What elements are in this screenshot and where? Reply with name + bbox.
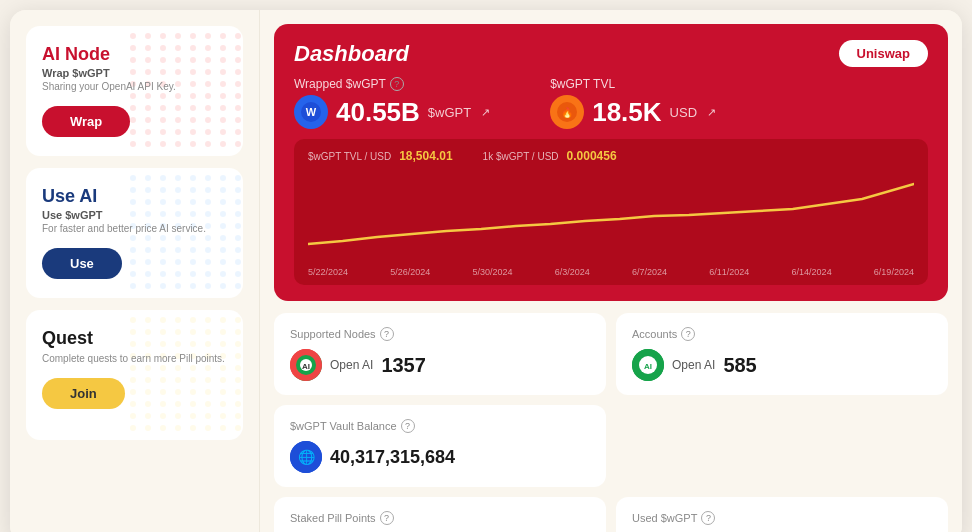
wrapped-wgpt-label: Wrapped $wGPT ? [294,77,490,91]
svg-point-69 [205,129,211,135]
svg-point-54 [220,105,226,111]
svg-point-124 [190,235,196,241]
svg-point-224 [130,413,136,419]
svg-point-226 [160,413,166,419]
ai-node-subtitle: Wrap $wGPT [42,67,227,79]
chart-date-3: 5/30/2024 [473,267,513,277]
wrap-button[interactable]: Wrap [42,106,130,137]
svg-point-65 [145,129,151,135]
svg-point-161 [145,317,151,323]
svg-point-233 [145,425,151,431]
staked-pill-card: Staked Pill Points ? 81,100 [274,497,606,532]
used-wgpt-info-icon[interactable]: ? [701,511,715,525]
svg-point-49 [145,105,151,111]
svg-point-78 [220,141,226,147]
use-ai-subtitle: Use $wGPT [42,209,227,221]
svg-point-225 [145,413,151,419]
svg-point-160 [130,317,136,323]
svg-point-52 [190,105,196,111]
stats-grid: Supported Nodes ? AI Open AI 1357 [274,313,948,487]
svg-point-63 [235,117,241,123]
svg-point-143 [235,259,241,265]
supported-nodes-card: Supported Nodes ? AI Open AI 1357 [274,313,606,395]
accounts-info-icon[interactable]: ? [681,327,695,341]
used-wgpt-card: Used $wGPT ? 🌐 232,684,316 [616,497,948,532]
dashboard-header: Dashboard Uniswap [294,40,928,67]
svg-point-136 [130,259,136,265]
ai-node-card: AI Node Wrap $wGPT Sharing your OpenAI A… [26,26,243,156]
svg-point-215 [235,389,241,395]
svg-point-221 [205,401,211,407]
svg-point-64 [130,129,136,135]
tvl-external-link-icon[interactable]: ↗ [707,106,716,119]
openai-account-icon: AI [632,349,664,381]
svg-point-41 [145,93,151,99]
svg-point-213 [205,389,211,395]
svg-point-175 [235,329,241,335]
svg-point-235 [175,425,181,431]
svg-point-236 [190,425,196,431]
wrapped-external-link-icon[interactable]: ↗ [481,106,490,119]
wrapped-info-icon[interactable]: ? [390,77,404,91]
ai-node-title: AI Node [42,44,227,65]
svg-point-40 [130,93,136,99]
rate-stat: 1k $wGPT / USD 0.000456 [483,149,617,163]
svg-point-223 [235,401,241,407]
svg-point-145 [145,271,151,277]
svg-point-206 [220,377,226,383]
svg-point-121 [145,235,151,241]
svg-point-51 [175,105,181,111]
svg-point-167 [235,317,241,323]
tvl-usd-stat-value: 18,504.01 [399,149,452,163]
quest-card: Quest Complete quests to earn more Pill … [26,310,243,440]
vault-balance-content: 🌐 40,317,315,684 [290,441,590,473]
svg-point-45 [205,93,211,99]
svg-point-149 [205,271,211,277]
wgpt-tvl-value: 🔥 18.5K USD ↗ [550,95,716,129]
svg-point-135 [235,247,241,253]
svg-point-58 [160,117,166,123]
svg-point-232 [130,425,136,431]
svg-point-139 [175,259,181,265]
svg-point-155 [175,283,181,289]
chart-date-2: 5/26/2024 [390,267,430,277]
accounts-title: Accounts ? [632,327,932,341]
svg-point-95 [235,187,241,193]
svg-point-201 [145,377,151,383]
svg-point-216 [130,401,136,407]
svg-point-59 [175,117,181,123]
svg-point-31 [235,69,241,75]
rate-stat-value: 0.000456 [567,149,617,163]
app-container: AI Node Wrap $wGPT Sharing your OpenAI A… [10,10,962,532]
price-chart [308,169,914,259]
svg-point-222 [220,401,226,407]
wgpt-tvl-section: $wGPT TVL 🔥 18.5K USD ↗ [550,77,716,129]
use-ai-card: Use AI Use $wGPT For faster and better p… [26,168,243,298]
svg-point-218 [160,401,166,407]
svg-point-6 [220,33,226,39]
chart-stats: $wGPT TVL / USD 18,504.01 1k $wGPT / USD… [308,149,914,163]
svg-point-142 [220,259,226,265]
svg-point-123 [175,235,181,241]
vault-info-icon[interactable]: ? [401,419,415,433]
use-button[interactable]: Use [42,248,122,279]
svg-point-198 [220,365,226,371]
accounts-value: 585 [723,354,756,377]
supported-nodes-info-icon[interactable]: ? [380,327,394,341]
svg-point-3 [175,33,181,39]
svg-point-46 [220,93,226,99]
svg-point-86 [220,175,226,181]
tvl-coin-icon: 🔥 [550,95,584,129]
svg-point-204 [190,377,196,383]
vault-balance-value: 40,317,315,684 [330,447,455,468]
staked-pill-info-icon[interactable]: ? [380,511,394,525]
uniswap-button[interactable]: Uniswap [839,40,928,67]
join-button[interactable]: Join [42,378,125,409]
svg-point-129 [145,247,151,253]
svg-point-125 [205,235,211,241]
svg-point-62 [220,117,226,123]
chart-date-4: 6/3/2024 [555,267,590,277]
svg-point-140 [190,259,196,265]
supported-nodes-title: Supported Nodes ? [290,327,590,341]
svg-point-70 [220,129,226,135]
